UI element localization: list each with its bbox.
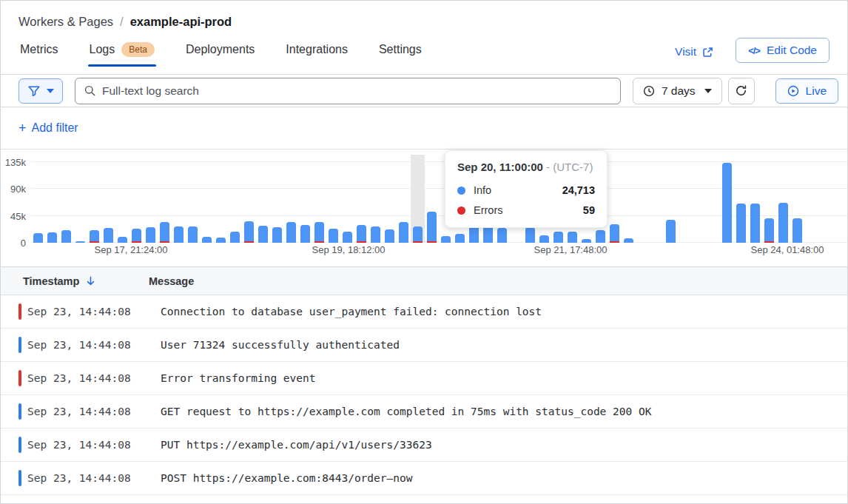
bar-info-segment — [104, 228, 113, 243]
log-row[interactable]: Sep 23, 14:44:08PUT https://example.com/… — [1, 429, 847, 462]
chart-x-axis: Sep 17, 21:24:00Sep 19, 18:12:00Sep 21, … — [30, 244, 847, 258]
search-input[interactable] — [102, 84, 611, 98]
histogram-bar[interactable] — [539, 235, 549, 243]
histogram-bar[interactable] — [385, 229, 394, 243]
chart-y-axis: 045k90k135k — [1, 156, 26, 243]
histogram-bar[interactable] — [33, 233, 43, 243]
histogram-bar[interactable] — [582, 239, 591, 243]
histogram-bar[interactable] — [230, 232, 240, 243]
histogram-bar[interactable] — [90, 230, 99, 243]
bar-info-segment — [202, 237, 212, 243]
chart-plot[interactable] — [30, 156, 847, 243]
bar-info-segment — [385, 229, 394, 243]
log-row[interactable]: Sep 23, 14:44:08User 71324 successfully … — [1, 329, 847, 362]
histogram-bar[interactable] — [427, 212, 437, 243]
histogram-bar[interactable] — [778, 203, 788, 243]
histogram-bar[interactable] — [497, 228, 507, 243]
filter-dropdown-button[interactable] — [18, 78, 63, 104]
histogram-bar[interactable] — [764, 218, 774, 243]
histogram-bar[interactable] — [793, 218, 802, 243]
bar-error-segment — [413, 241, 423, 243]
histogram-bar[interactable] — [286, 222, 296, 243]
visit-link[interactable]: Visit — [675, 42, 713, 58]
tab-logs[interactable]: LogsBeta — [88, 38, 156, 67]
histogram-bar[interactable] — [188, 226, 198, 243]
bar-info-segment — [722, 163, 732, 243]
histogram-bar[interactable] — [118, 237, 127, 243]
histogram-bar[interactable] — [666, 220, 676, 243]
info-legend-dot — [457, 187, 465, 195]
bar-info-segment — [596, 230, 605, 243]
log-timestamp: Sep 23, 14:44:08 — [21, 339, 161, 351]
histogram-bar[interactable] — [343, 232, 352, 243]
external-link-icon — [702, 47, 713, 58]
histogram-bar[interactable] — [596, 230, 605, 243]
refresh-button[interactable] — [728, 78, 755, 104]
edit-code-button[interactable]: </> Edit Code — [736, 38, 830, 63]
histogram-bar[interactable] — [525, 227, 535, 243]
histogram-bar[interactable] — [399, 222, 408, 243]
histogram-bar[interactable] — [357, 225, 366, 243]
histogram-bar[interactable] — [441, 236, 451, 243]
histogram-bar[interactable] — [258, 226, 268, 243]
bar-info-segment — [61, 230, 71, 243]
histogram-bar[interactable] — [202, 237, 212, 243]
histogram-bar[interactable] — [104, 228, 113, 243]
tab-settings[interactable]: Settings — [377, 38, 423, 67]
histogram-bar[interactable] — [160, 222, 169, 243]
histogram-bar[interactable] — [132, 229, 141, 243]
tab-metrics[interactable]: Metrics — [18, 38, 60, 67]
log-row[interactable]: Sep 23, 14:44:08POST https://example.com… — [1, 462, 847, 495]
histogram-bar[interactable] — [174, 226, 184, 243]
breadcrumb-section[interactable]: Workers & Pages — [18, 15, 113, 29]
x-tick-label: Sep 17, 21:24:00 — [94, 244, 167, 255]
histogram-bar[interactable] — [610, 224, 619, 243]
filter-funnel-icon — [27, 84, 41, 98]
sort-desc-icon[interactable] — [85, 275, 96, 286]
column-header-timestamp[interactable]: Timestamp — [1, 275, 149, 287]
log-row[interactable]: Sep 23, 14:44:08Error transforming event — [1, 362, 847, 395]
live-button[interactable]: Live — [775, 78, 838, 104]
add-filter-button[interactable]: + Add filter — [18, 121, 78, 136]
bar-info-segment — [525, 227, 535, 243]
time-range-dropdown[interactable]: 7 days — [633, 78, 722, 104]
histogram-bar[interactable] — [300, 225, 310, 243]
code-icon: </> — [748, 45, 760, 56]
log-volume-chart: 045k90k135k Sep 17, 21:24:00Sep 19, 18:1… — [1, 149, 847, 260]
histogram-bar[interactable] — [371, 226, 380, 243]
bar-info-segment — [118, 237, 127, 243]
x-tick-label: Sep 19, 18:12:00 — [312, 244, 385, 255]
chevron-down-icon — [47, 89, 54, 93]
histogram-bar[interactable] — [61, 230, 71, 243]
tab-deployments[interactable]: Deployments — [184, 38, 256, 67]
y-tick-label: 45k — [10, 211, 26, 222]
tooltip-title: Sep 20, 11:00:00 - (UTC-7) — [457, 161, 595, 173]
histogram-bar[interactable] — [75, 241, 85, 243]
bar-info-segment — [286, 222, 296, 243]
bar-info-segment — [455, 234, 465, 243]
histogram-bar[interactable] — [272, 227, 282, 243]
filter-toolbar: 7 days Live — [1, 75, 847, 107]
histogram-bar[interactable] — [455, 234, 465, 243]
histogram-bar[interactable] — [314, 222, 324, 243]
histogram-bar[interactable] — [329, 229, 338, 243]
histogram-bar[interactable] — [568, 232, 577, 243]
histogram-bar[interactable] — [146, 227, 155, 243]
histogram-bar[interactable] — [47, 232, 57, 243]
log-row[interactable]: Sep 23, 14:44:08Connection to database u… — [1, 295, 847, 329]
histogram-bar[interactable] — [413, 226, 423, 243]
histogram-bar[interactable] — [750, 204, 760, 243]
bar-info-segment — [568, 232, 577, 243]
tab-integrations[interactable]: Integrations — [284, 38, 349, 67]
histogram-bar[interactable] — [736, 204, 746, 243]
log-message: POST https://example.com:8443/order—now — [161, 472, 412, 484]
column-header-message[interactable]: Message — [149, 275, 847, 287]
histogram-bar[interactable] — [722, 163, 732, 243]
histogram-bar[interactable] — [216, 238, 226, 243]
page-header: Workers & Pages / example-api-prod — [1, 1, 847, 29]
log-row[interactable]: Sep 23, 14:44:08GET request to https://e… — [1, 395, 847, 429]
histogram-bar[interactable] — [553, 232, 563, 243]
histogram-bar[interactable] — [244, 221, 254, 243]
chart-tooltip: Sep 20, 11:00:00 - (UTC-7) Info24,713Err… — [445, 150, 608, 228]
histogram-bar[interactable] — [624, 238, 633, 243]
